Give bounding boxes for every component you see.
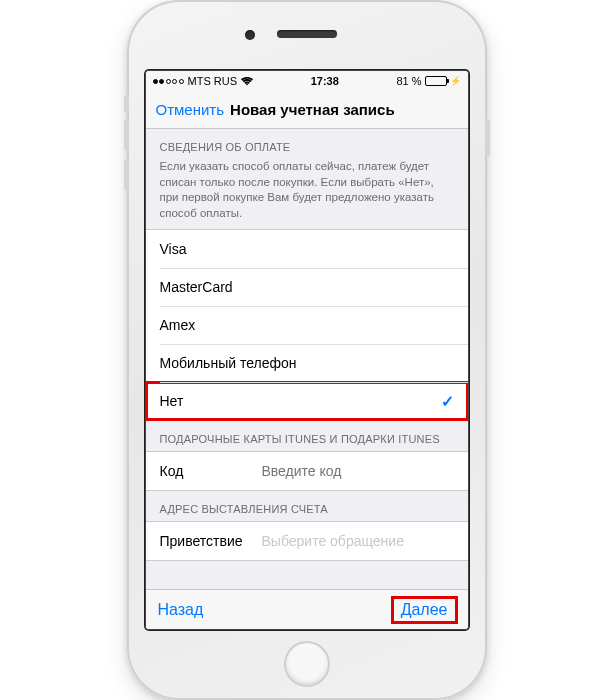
payment-option-label: Мобильный телефон bbox=[160, 355, 297, 371]
home-button[interactable] bbox=[284, 641, 330, 687]
giftcard-list: Код bbox=[146, 451, 468, 491]
status-right: 81 % ⚡ bbox=[396, 75, 460, 87]
status-bar: MTS RUS 17:38 81 % ⚡ bbox=[146, 71, 468, 91]
payment-option-visa[interactable]: Visa bbox=[146, 230, 468, 268]
giftcard-code-row[interactable]: Код bbox=[146, 452, 468, 490]
billing-list: Приветствие Выберите обращение bbox=[146, 521, 468, 561]
phone-volume-down bbox=[124, 160, 129, 190]
phone-volume-up bbox=[124, 120, 129, 150]
billing-salutation-label: Приветствие bbox=[160, 533, 252, 549]
content-scroll[interactable]: СВЕДЕНИЯ ОБ ОПЛАТЕ Если указать способ о… bbox=[146, 129, 468, 589]
payment-option-label: MasterCard bbox=[160, 279, 233, 295]
status-time: 17:38 bbox=[311, 75, 339, 87]
phone-mute-switch bbox=[124, 95, 129, 113]
bottom-bar: Назад Далее bbox=[146, 589, 468, 629]
checkmark-icon: ✓ bbox=[441, 392, 454, 411]
phone-power-button bbox=[485, 120, 490, 156]
giftcard-section-header: ПОДАРОЧНЫЕ КАРТЫ ITUNES И ПОДАРКИ ITUNES bbox=[146, 421, 468, 451]
battery-icon bbox=[425, 76, 447, 86]
payment-options-list: Visa MasterCard Amex Мобильный телефон Н… bbox=[146, 229, 468, 421]
next-button[interactable]: Далее bbox=[393, 598, 456, 622]
status-left: MTS RUS bbox=[153, 75, 254, 87]
billing-salutation-value: Выберите обращение bbox=[252, 533, 454, 549]
phone-frame: MTS RUS 17:38 81 % ⚡ Отменить Новая учет… bbox=[127, 0, 487, 700]
charging-icon: ⚡ bbox=[450, 76, 461, 86]
payment-option-label: Нет bbox=[160, 393, 184, 409]
phone-camera bbox=[245, 30, 255, 40]
back-button[interactable]: Назад bbox=[158, 601, 204, 619]
giftcard-code-input[interactable] bbox=[252, 463, 454, 479]
billing-salutation-row[interactable]: Приветствие Выберите обращение bbox=[146, 522, 468, 560]
screen: MTS RUS 17:38 81 % ⚡ Отменить Новая учет… bbox=[145, 70, 469, 630]
payment-option-amex[interactable]: Amex bbox=[146, 306, 468, 344]
cancel-button[interactable]: Отменить bbox=[156, 101, 225, 118]
signal-strength-icon bbox=[153, 79, 184, 84]
payment-option-mastercard[interactable]: MasterCard bbox=[146, 268, 468, 306]
nav-bar: Отменить Новая учетная запись bbox=[146, 91, 468, 129]
billing-section-header: АДРЕС ВЫСТАВЛЕНИЯ СЧЕТА bbox=[146, 491, 468, 521]
battery-percent: 81 % bbox=[396, 75, 421, 87]
payment-option-label: Amex bbox=[160, 317, 196, 333]
payment-section-description: Если указать способ оплаты сейчас, плате… bbox=[146, 159, 468, 229]
phone-speaker bbox=[277, 30, 337, 38]
payment-option-label: Visa bbox=[160, 241, 187, 257]
carrier-label: MTS RUS bbox=[188, 75, 238, 87]
payment-section-header: СВЕДЕНИЯ ОБ ОПЛАТЕ bbox=[146, 129, 468, 159]
page-title: Новая учетная запись bbox=[230, 101, 395, 118]
giftcard-code-label: Код bbox=[160, 463, 252, 479]
wifi-icon bbox=[241, 77, 253, 86]
payment-option-mobile[interactable]: Мобильный телефон bbox=[146, 344, 468, 382]
payment-option-none[interactable]: Нет ✓ bbox=[146, 382, 468, 420]
